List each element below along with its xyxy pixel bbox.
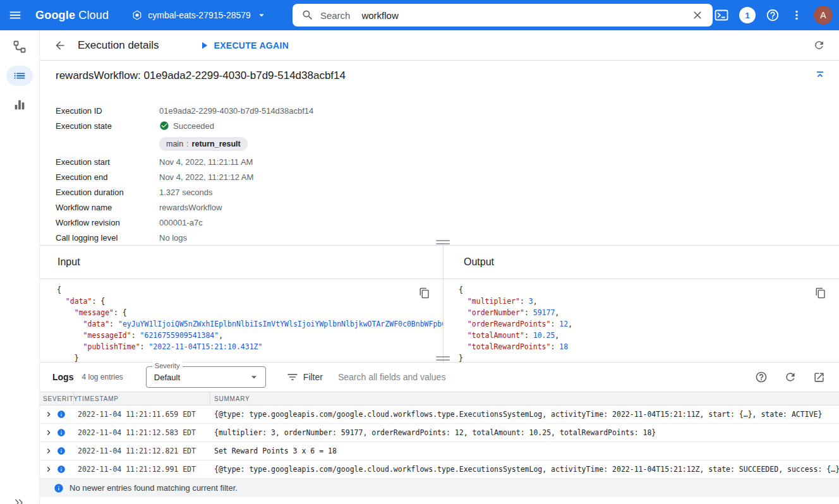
- avatar[interactable]: A: [814, 6, 833, 25]
- log-table-header: SEVERITY TIMESTAMP SUMMARY: [40, 392, 839, 405]
- expand-row-icon[interactable]: [44, 409, 54, 419]
- global-search-input[interactable]: Search workflow: [293, 4, 713, 27]
- refresh-icon[interactable]: [807, 34, 830, 57]
- input-code-area: { "data": { "message": { "data": "eyJuYW…: [40, 279, 443, 362]
- output-panel: Output { "multiplier": 3, "orderNumber":…: [444, 246, 839, 362]
- filter-button[interactable]: Filter: [286, 371, 323, 383]
- logs-search-input[interactable]: [338, 372, 747, 382]
- input-panel: Input { "data": { "message": { "data": "…: [40, 246, 443, 362]
- filter-icon: [286, 371, 299, 383]
- state-text: Succeeded: [173, 121, 214, 131]
- copy-input-icon[interactable]: [416, 285, 433, 301]
- log-row-1[interactable]: 2022-11-04 11:21:11.659 EDT {@type: type…: [40, 405, 839, 424]
- expand-panel-icon[interactable]: [13, 497, 24, 504]
- input-output-section: Input { "data": { "message": { "data": "…: [40, 245, 839, 363]
- output-panel-title: Output: [444, 246, 839, 279]
- log-summary: {@type: type.googleapis.com/google.cloud…: [210, 410, 839, 419]
- metrics-icon: [13, 98, 27, 112]
- logs-title: Logs: [52, 372, 73, 382]
- copy-output-icon[interactable]: [812, 285, 829, 301]
- log-timestamp: 2022-11-04 11:21:12.821 EDT: [74, 447, 210, 455]
- detail-value: No logs: [159, 233, 187, 243]
- project-name: cymbal-eats-27915-28579: [148, 10, 251, 20]
- detail-value: 1.327 seconds: [159, 188, 213, 197]
- detail-label: Workflow revision: [56, 218, 159, 227]
- page-header: Execution details EXECUTE AGAIN: [40, 30, 839, 61]
- detail-row-execution-state: Execution state Succeeded: [56, 118, 839, 133]
- info-severity-icon: [57, 447, 66, 455]
- sidebar-item-workflows[interactable]: [6, 37, 33, 57]
- detail-label: Execution end: [56, 172, 159, 182]
- logs-tools: [755, 371, 830, 383]
- success-check-icon: [159, 121, 169, 131]
- execution-details: Execution ID 01e9ada2-2299-4030-b7d9-514…: [40, 90, 839, 245]
- more-options-icon[interactable]: [790, 8, 804, 22]
- log-row-4[interactable]: 2022-11-04 11:21:12.991 EDT {@type: type…: [40, 460, 839, 479]
- clear-search-button[interactable]: [691, 9, 704, 21]
- detail-label: Execution start: [56, 157, 159, 167]
- search-icon: [301, 9, 314, 21]
- cloud-shell-icon[interactable]: [714, 8, 729, 23]
- sidebar-item-metrics[interactable]: [6, 95, 33, 115]
- detail-row-workflow-name: Workflow name rewardsWorkflow: [56, 200, 839, 215]
- project-selector[interactable]: cymbal-eats-27915-28579: [131, 9, 267, 21]
- expand-row-icon[interactable]: [44, 446, 54, 456]
- avatar-letter: A: [820, 10, 826, 20]
- logs-help-icon[interactable]: [755, 371, 768, 383]
- collapse-all-icon[interactable]: [810, 66, 830, 86]
- output-code-area: { "multiplier": 3, "orderNumber": 59177,…: [444, 279, 839, 362]
- execution-state-value: Succeeded: [159, 121, 214, 131]
- step-chip-row: main : return_result: [56, 133, 839, 154]
- detail-row-workflow-revision: Workflow revision 000001-a7c: [56, 215, 839, 230]
- execute-again-button[interactable]: EXECUTE AGAIN: [198, 40, 289, 51]
- play-icon: [198, 40, 210, 51]
- project-caret-icon: [256, 9, 267, 21]
- execution-heading-row: rewardsWorkflow: 01e9ada2-2299-4030-b7d9…: [40, 61, 839, 90]
- logo-cloud-text: Cloud: [78, 9, 109, 22]
- banner-text: No newer entries found matching current …: [69, 483, 238, 493]
- project-icon: [131, 9, 143, 21]
- logs-refresh-icon[interactable]: [784, 371, 797, 383]
- info-severity-icon: [57, 428, 66, 437]
- expand-row-icon[interactable]: [44, 428, 54, 438]
- menu-icon[interactable]: [0, 0, 30, 30]
- notification-count: 1: [745, 11, 749, 20]
- top-bar-actions: 1 A: [714, 6, 833, 25]
- page-title: Execution details: [78, 39, 159, 52]
- chip-separator: :: [186, 140, 188, 148]
- top-bar: Google Cloud cymbal-eats-27915-28579 Sea…: [0, 0, 839, 30]
- search-query-text: workflow: [361, 10, 398, 21]
- resize-handle-bottom[interactable]: [436, 356, 450, 361]
- detail-value: Nov 4, 2022, 11:21:11 AM: [159, 157, 253, 167]
- resize-handle-top[interactable]: [436, 240, 450, 244]
- column-timestamp: TIMESTAMP: [74, 392, 210, 405]
- no-newer-entries-banner: No newer entries found matching current …: [40, 479, 839, 497]
- log-timestamp: 2022-11-04 11:21:11.659 EDT: [74, 410, 210, 419]
- detail-value: 01e9ada2-2299-4030-b7d9-514d38acbf14: [159, 106, 313, 116]
- back-button[interactable]: [49, 34, 71, 57]
- logs-count: 4 log entries: [81, 373, 123, 381]
- log-summary: {multiplier: 3, orderNumber: 59177, orde…: [210, 428, 839, 437]
- severity-select[interactable]: Severity Default: [146, 366, 266, 388]
- sidebar-item-executions[interactable]: [6, 66, 33, 86]
- detail-label: Call logging level: [56, 233, 159, 243]
- logs-toolbar: Logs 4 log entries Severity Default Fil: [40, 363, 839, 392]
- chip-scope: main: [166, 140, 183, 148]
- log-summary: {@type: type.googleapis.com/google.cloud…: [210, 465, 839, 474]
- expand-row-icon[interactable]: [44, 464, 54, 474]
- google-cloud-logo[interactable]: Google Cloud: [35, 9, 109, 22]
- notifications-badge[interactable]: 1: [739, 7, 756, 23]
- open-in-new-icon[interactable]: [813, 371, 825, 383]
- logo-google-text: Google: [35, 9, 75, 22]
- chip-step-name: return_result: [192, 140, 241, 148]
- detail-row-execution-id: Execution ID 01e9ada2-2299-4030-b7d9-514…: [56, 103, 839, 118]
- log-row-2[interactable]: 2022-11-04 11:21:12.583 EDT {multiplier:…: [40, 424, 839, 442]
- log-row-3[interactable]: 2022-11-04 11:21:12.821 EDT Set Reward P…: [40, 442, 839, 460]
- current-step-chip: main : return_result: [159, 137, 248, 151]
- detail-label: Workflow name: [56, 203, 159, 212]
- column-severity: SEVERITY: [40, 392, 74, 405]
- help-icon[interactable]: [766, 8, 780, 22]
- log-timestamp: 2022-11-04 11:21:12.583 EDT: [74, 428, 210, 437]
- input-code: { "data": { "message": { "data": "eyJuYW…: [57, 284, 418, 362]
- gcp-console: Google Cloud cymbal-eats-27915-28579 Sea…: [0, 0, 839, 504]
